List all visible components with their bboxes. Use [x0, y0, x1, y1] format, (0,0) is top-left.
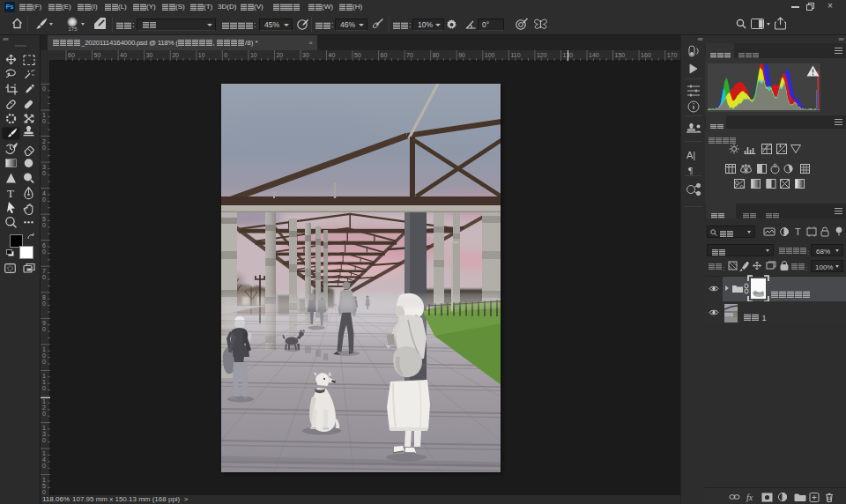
svg-text:0: 0 — [42, 437, 46, 443]
svg-text:170: 170 — [667, 52, 678, 58]
svg-text:7: 7 — [42, 268, 46, 274]
svg-text:8: 8 — [42, 294, 46, 300]
svg-text:110: 110 — [510, 52, 520, 58]
svg-text:40: 40 — [120, 52, 127, 58]
svg-text:T: T — [7, 187, 14, 200]
svg-text:0: 0 — [42, 411, 46, 417]
svg-text:3: 3 — [42, 164, 46, 170]
svg-text:5: 5 — [42, 483, 46, 489]
svg-text:0: 0 — [42, 248, 46, 255]
svg-text:10: 10 — [198, 52, 205, 58]
svg-text:¶: ¶ — [688, 165, 693, 175]
svg-text:A|: A| — [686, 150, 695, 160]
svg-text:10: 10 — [250, 52, 257, 58]
svg-text:0: 0 — [42, 85, 46, 92]
svg-text:30: 30 — [146, 52, 153, 58]
svg-text:1: 1 — [42, 373, 46, 379]
svg-text:1: 1 — [42, 477, 46, 483]
svg-text:60: 60 — [381, 52, 388, 58]
svg-text:0: 0 — [42, 385, 46, 391]
svg-text:0: 0 — [42, 145, 46, 151]
svg-text:0: 0 — [42, 222, 46, 228]
svg-text:20: 20 — [172, 52, 179, 58]
svg-text:0: 0 — [42, 118, 46, 124]
svg-text:160: 160 — [641, 52, 651, 58]
svg-text:0: 0 — [42, 326, 46, 332]
svg-text:4: 4 — [42, 190, 46, 196]
svg-text:70: 70 — [406, 52, 413, 58]
svg-text:1: 1 — [42, 346, 46, 352]
svg-text:2: 2 — [42, 138, 46, 145]
svg-text:2: 2 — [42, 404, 46, 411]
svg-text:1: 1 — [42, 450, 46, 456]
svg-text:T: T — [795, 226, 801, 237]
svg-text:140: 140 — [589, 52, 599, 58]
svg-text:40: 40 — [329, 52, 336, 58]
svg-text:0: 0 — [42, 274, 46, 280]
svg-text:5: 5 — [42, 216, 46, 222]
svg-text:150: 150 — [615, 52, 626, 58]
svg-text:6: 6 — [42, 242, 46, 248]
svg-text:0: 0 — [42, 300, 46, 307]
svg-text:1: 1 — [42, 379, 46, 385]
svg-text:100: 100 — [485, 52, 495, 58]
svg-text:50: 50 — [354, 52, 361, 58]
svg-text:0: 0 — [42, 352, 46, 359]
svg-text:60: 60 — [68, 52, 75, 58]
svg-text:90: 90 — [458, 52, 465, 58]
svg-text:30: 30 — [302, 52, 309, 58]
svg-text:4: 4 — [42, 456, 46, 463]
svg-text:9: 9 — [42, 320, 46, 326]
svg-text:0: 0 — [42, 196, 46, 203]
svg-text:0: 0 — [42, 170, 46, 176]
svg-text:1: 1 — [42, 112, 46, 118]
svg-text:120: 120 — [537, 52, 547, 58]
svg-text:1: 1 — [42, 398, 46, 404]
svg-text:20: 20 — [276, 52, 283, 58]
svg-text:3: 3 — [42, 431, 46, 437]
svg-text:80: 80 — [433, 52, 440, 58]
svg-text:0: 0 — [224, 52, 227, 58]
svg-text:1: 1 — [42, 425, 46, 431]
svg-text:0: 0 — [42, 489, 46, 495]
svg-text:0: 0 — [42, 359, 46, 365]
svg-text:50: 50 — [94, 52, 101, 58]
svg-text:fx: fx — [746, 493, 753, 502]
svg-text:0: 0 — [42, 463, 46, 469]
